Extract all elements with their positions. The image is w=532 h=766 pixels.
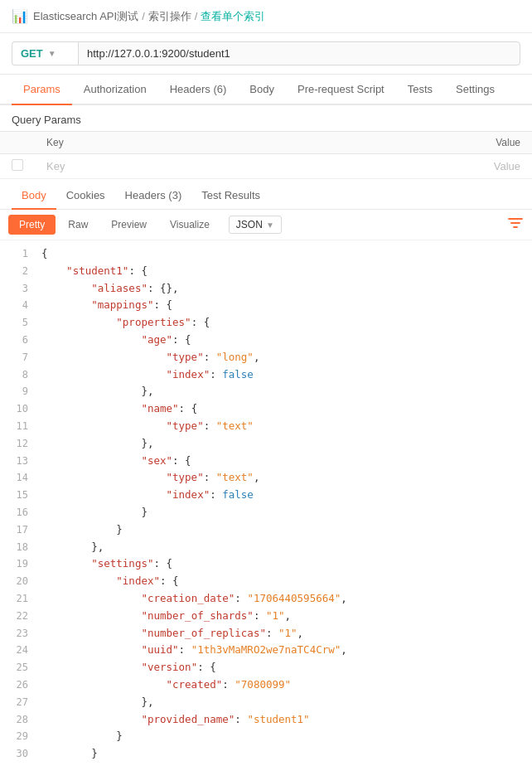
code-line: 25 "version": { [0, 659, 532, 676]
line-number: 30 [5, 746, 28, 763]
code-token: : [204, 419, 216, 432]
code-token: "student1" [66, 264, 128, 277]
code-line: 12 }, [0, 435, 532, 453]
code-token: "1706440595664" [247, 592, 341, 604]
filter-icon[interactable] [507, 216, 524, 233]
code-token: , [254, 471, 260, 483]
code-token: "index" [116, 574, 160, 587]
param-value-input[interactable]: Value [261, 154, 532, 179]
code-line: 17 } [0, 521, 532, 539]
line-content: } [41, 763, 527, 766]
code-token [41, 730, 116, 742]
line-number: 24 [5, 642, 28, 659]
code-token: , [341, 592, 347, 604]
code-token [41, 541, 91, 553]
line-number: 18 [5, 540, 28, 556]
line-number: 5 [5, 315, 28, 332]
line-number: 26 [5, 677, 28, 694]
fmt-tab-visualize[interactable]: Visualize [159, 215, 220, 235]
code-token: } [116, 730, 123, 742]
url-input[interactable] [78, 41, 520, 65]
code-token [41, 747, 91, 759]
code-line: 26 "created": "7080099" [0, 676, 532, 694]
code-token: "version" [141, 661, 197, 673]
code-token [41, 419, 167, 432]
code-token: }, [141, 437, 153, 449]
tab-tests[interactable]: Tests [396, 75, 444, 105]
top-bar: 📊 Elasticsearch API测试 / 索引操作 / 查看单个索引 [0, 0, 532, 33]
breadcrumb: Elasticsearch API测试 / 索引操作 / 查看单个索引 [33, 9, 265, 24]
code-token: : { [128, 264, 148, 277]
line-content: "student1": { [41, 263, 527, 280]
tab-params[interactable]: Params [12, 75, 72, 105]
code-token: : { [172, 454, 191, 467]
fmt-tab-raw[interactable]: Raw [57, 215, 99, 235]
code-token: }, [91, 541, 104, 553]
code-token: , [285, 609, 292, 622]
code-line: 6 "age": { [0, 332, 532, 349]
line-number: 14 [5, 470, 28, 487]
tab-headers[interactable]: Headers (6) [158, 75, 239, 105]
code-line: 19 "settings": { [0, 555, 532, 573]
code-line: 11 "type": "text" [0, 418, 532, 435]
code-token: "text" [216, 419, 254, 432]
line-number: 4 [5, 298, 28, 314]
code-token: : { [160, 574, 179, 587]
resp-tab-headers[interactable]: Headers (3) [115, 182, 192, 210]
code-line: 18 }, [0, 539, 532, 556]
tab-settings[interactable]: Settings [444, 75, 506, 105]
line-content: "sex": { [41, 453, 527, 470]
code-token: "1th3vMaMRO2we7naTC4Crw" [191, 643, 341, 656]
tab-authorization[interactable]: Authorization [72, 75, 158, 105]
code-line: 15 "index": false [0, 487, 532, 504]
code-token: : [204, 351, 216, 363]
line-number: 3 [5, 281, 28, 298]
line-number: 28 [5, 712, 28, 729]
code-token [41, 609, 141, 622]
code-token: , [341, 643, 347, 656]
line-number: 2 [5, 264, 28, 280]
url-bar: GET ▼ [0, 33, 532, 75]
code-token [41, 298, 91, 311]
line-number: 1 [5, 246, 28, 263]
resp-tab-cookies[interactable]: Cookies [56, 182, 115, 210]
line-content: } [41, 521, 527, 539]
line-content: "index": false [41, 487, 527, 504]
code-token: , [297, 627, 304, 639]
code-token: "number_of_replicas" [141, 627, 266, 639]
code-token: "student1" [247, 713, 309, 725]
code-line: 27 }, [0, 694, 532, 711]
line-number: 27 [5, 695, 28, 711]
line-number: 20 [5, 574, 28, 590]
tab-pre-request-script[interactable]: Pre-request Script [286, 75, 396, 105]
code-token: : {}, [148, 282, 179, 294]
code-token [41, 523, 116, 536]
code-line: 20 "index": { [0, 573, 532, 590]
method-select[interactable]: GET ▼ [12, 41, 78, 65]
line-content: "type": "text" [41, 418, 527, 435]
line-content: }, [41, 383, 527, 400]
code-token: , [254, 351, 260, 363]
code-token [41, 696, 141, 708]
code-token [41, 506, 141, 518]
code-token [41, 385, 141, 397]
param-key-input[interactable]: Key [35, 154, 261, 179]
resp-tab-test-results[interactable]: Test Results [191, 182, 270, 210]
line-number: 22 [5, 608, 28, 625]
code-line: 14 "type": "text", [0, 469, 532, 487]
fmt-tab-preview[interactable]: Preview [100, 215, 157, 235]
code-token: : { [172, 333, 191, 346]
code-token [41, 678, 167, 691]
code-token: "text" [216, 471, 254, 483]
code-token: "mappings" [91, 298, 153, 311]
json-format-select[interactable]: JSON ▼ [229, 216, 282, 234]
code-token [41, 333, 141, 346]
code-line: 4 "mappings": { [0, 297, 532, 314]
code-token: "7080099" [235, 678, 291, 691]
fmt-tab-pretty[interactable]: Pretty [8, 215, 56, 235]
breadcrumb-sep-2: / [195, 10, 198, 22]
tab-body[interactable]: Body [238, 75, 286, 105]
resp-tab-body[interactable]: Body [12, 182, 56, 210]
code-token [41, 488, 167, 501]
code-token: "aliases" [91, 282, 148, 294]
